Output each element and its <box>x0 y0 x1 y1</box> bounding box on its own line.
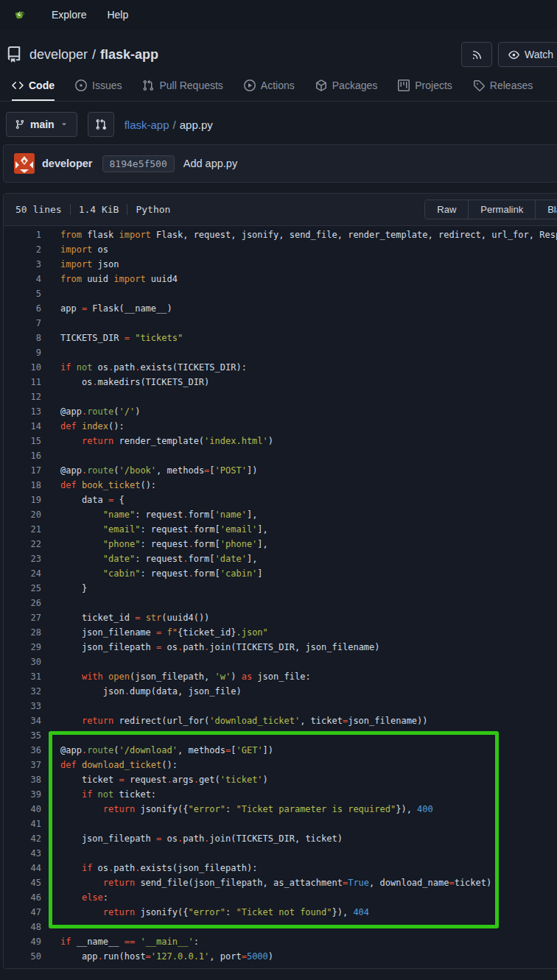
tab-projects[interactable]: Projects <box>398 80 452 101</box>
line-number[interactable]: 21 <box>4 522 49 537</box>
git-branch-icon <box>15 119 25 130</box>
watch-button[interactable]: Watch <box>498 42 557 67</box>
breadcrumb-repo-link[interactable]: flask-app <box>125 119 169 131</box>
line-number[interactable]: 8 <box>4 331 49 345</box>
line-number[interactable]: 9 <box>4 345 49 360</box>
tab-label: Projects <box>415 80 452 91</box>
line-number[interactable]: 37 <box>4 758 49 772</box>
blame-button[interactable]: Blame <box>535 200 557 219</box>
code-text: "email": request.form['email'], <box>49 522 268 537</box>
code-line: 48 <box>4 920 557 934</box>
line-number[interactable]: 31 <box>4 669 49 684</box>
code-line: 11 os.makedirs(TICKETS_DIR) <box>4 375 557 389</box>
file-header: 50 lines 1.4 KiB Python RawPermalinkBlam… <box>4 194 557 226</box>
repo-owner-link[interactable]: developer <box>29 47 88 62</box>
code-line: 45 return send_file(json_filepath, as_at… <box>4 875 557 890</box>
nav-link-explore[interactable]: Explore <box>52 9 86 21</box>
line-number[interactable]: 6 <box>4 301 49 316</box>
permalink-button[interactable]: Permalink <box>468 200 535 219</box>
line-number[interactable]: 25 <box>4 581 49 596</box>
line-number[interactable]: 5 <box>4 286 49 301</box>
code-line: 35 <box>4 728 557 743</box>
line-number[interactable]: 22 <box>4 537 49 551</box>
tab-issues[interactable]: Issues <box>75 80 122 101</box>
line-number[interactable]: 27 <box>4 610 49 625</box>
line-number[interactable]: 34 <box>4 713 49 728</box>
line-number[interactable]: 43 <box>4 846 49 861</box>
avatar[interactable] <box>14 153 35 174</box>
line-number[interactable]: 36 <box>4 743 49 758</box>
breadcrumb-file: app.py <box>180 119 213 131</box>
line-number[interactable]: 2 <box>4 242 49 257</box>
commit-author-link[interactable]: developer <box>42 158 93 169</box>
line-number[interactable]: 14 <box>4 419 49 434</box>
line-number[interactable]: 41 <box>4 817 49 831</box>
line-number[interactable]: 19 <box>4 493 49 507</box>
line-number[interactable]: 50 <box>4 949 49 964</box>
line-number[interactable]: 42 <box>4 831 49 846</box>
line-number[interactable]: 48 <box>4 920 49 934</box>
rss-feed-button[interactable] <box>461 42 492 67</box>
code-text: json_filepath = os.path.join(TICKETS_DIR… <box>49 831 343 846</box>
tab-pull-requests[interactable]: Pull Requests <box>142 80 223 101</box>
line-number[interactable]: 20 <box>4 507 49 522</box>
code-text: json_filename = f"{ticket_id}.json" <box>49 625 268 640</box>
code-text: return render_template('index.html') <box>49 434 273 448</box>
code-text: import json <box>49 257 119 272</box>
line-number[interactable]: 18 <box>4 478 49 493</box>
line-number[interactable]: 33 <box>4 699 49 713</box>
line-number[interactable]: 32 <box>4 684 49 699</box>
line-number[interactable]: 28 <box>4 625 49 640</box>
line-number[interactable]: 44 <box>4 861 49 875</box>
code-text: def index(): <box>49 419 125 434</box>
raw-button[interactable]: Raw <box>425 200 468 219</box>
line-number[interactable]: 39 <box>4 787 49 802</box>
code-line: 10if not os.path.exists(TICKETS_DIR): <box>4 360 557 375</box>
line-number[interactable]: 10 <box>4 360 49 375</box>
line-number[interactable]: 47 <box>4 905 49 920</box>
tab-actions[interactable]: Actions <box>244 80 295 101</box>
chevron-down-icon <box>60 120 69 129</box>
tab-label: Actions <box>261 80 295 91</box>
line-number[interactable]: 16 <box>4 448 49 463</box>
gitea-logo-icon[interactable] <box>9 4 31 26</box>
line-number[interactable]: 11 <box>4 375 49 389</box>
repo-name-link[interactable]: flask-app <box>100 47 158 62</box>
code-text: def book_ticket(): <box>49 478 156 493</box>
line-number[interactable]: 46 <box>4 890 49 905</box>
tab-releases[interactable]: Releases <box>473 80 533 101</box>
code-line: 7 <box>4 316 557 331</box>
line-number[interactable]: 40 <box>4 802 49 817</box>
line-number[interactable]: 17 <box>4 463 49 478</box>
line-number[interactable]: 15 <box>4 434 49 448</box>
line-number[interactable]: 7 <box>4 316 49 331</box>
line-number[interactable]: 26 <box>4 596 49 610</box>
line-number[interactable]: 30 <box>4 655 49 669</box>
tab-packages[interactable]: Packages <box>315 80 377 101</box>
line-number[interactable]: 3 <box>4 257 49 272</box>
line-number[interactable]: 1 <box>4 228 49 242</box>
line-number[interactable]: 38 <box>4 772 49 787</box>
nav-link-help[interactable]: Help <box>107 9 128 21</box>
line-number[interactable]: 23 <box>4 551 49 566</box>
line-number[interactable]: 4 <box>4 272 49 286</box>
line-number[interactable]: 49 <box>4 934 49 949</box>
line-number[interactable]: 24 <box>4 566 49 581</box>
commit-sha-badge[interactable]: 8194e5f500 <box>102 155 175 172</box>
commit-message-link[interactable]: Add app.py <box>183 158 237 169</box>
compare-button[interactable] <box>88 112 114 137</box>
code-line: 6app = Flask(__name__) <box>4 301 557 316</box>
line-number[interactable]: 29 <box>4 640 49 655</box>
code-text: app.run(host='127.0.0.1', port=5000) <box>49 949 273 964</box>
code-line: 5 <box>4 286 557 301</box>
file-actions-group: RawPermalinkBlame <box>424 200 557 219</box>
line-number[interactable]: 13 <box>4 404 49 419</box>
file-info-divider <box>70 204 71 215</box>
line-number[interactable]: 35 <box>4 728 49 743</box>
code-text: return jsonify({"error": "Ticket paramet… <box>49 802 433 817</box>
tab-code[interactable]: Code <box>12 80 55 101</box>
branch-select-button[interactable]: main <box>6 112 77 137</box>
code-text <box>49 655 60 669</box>
line-number[interactable]: 45 <box>4 875 49 890</box>
line-number[interactable]: 12 <box>4 389 49 404</box>
